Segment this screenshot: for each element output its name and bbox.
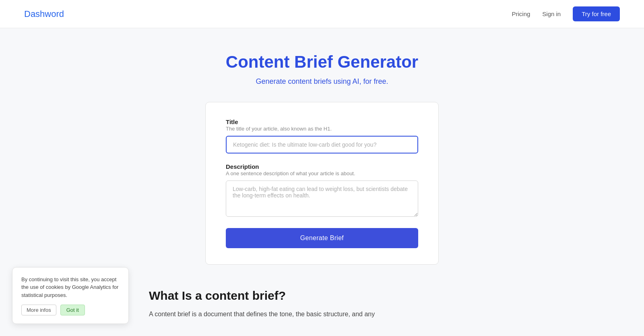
cookie-buttons: More infos Got it <box>21 305 120 315</box>
title-input[interactable] <box>226 136 418 153</box>
description-label: Description <box>226 163 259 170</box>
more-infos-button[interactable]: More infos <box>21 305 56 315</box>
description-field-group: Description A one sentence description o… <box>226 163 418 228</box>
description-hint: A one sentence description of what your … <box>226 170 418 176</box>
title-field-group: Title The title of your article, also kn… <box>226 118 418 163</box>
description-textarea[interactable] <box>226 180 418 217</box>
page-title: Content Brief Generator <box>8 52 636 72</box>
signin-link[interactable]: Sign in <box>542 10 561 17</box>
form-card: Title The title of your article, also kn… <box>205 102 439 265</box>
title-label: Title <box>226 118 238 125</box>
nav: Pricing Sign in Try for free <box>512 6 620 21</box>
got-it-button[interactable]: Got it <box>60 305 85 315</box>
cookie-text: By continuing to visit this site, you ac… <box>21 276 120 299</box>
cookie-banner: By continuing to visit this site, you ac… <box>12 267 129 324</box>
logo[interactable]: Dashword <box>24 9 64 19</box>
section-text: A content brief is a document that defin… <box>149 309 495 319</box>
page-subtitle: Generate content briefs using AI, for fr… <box>8 77 636 86</box>
below-fold-section: What Is a content brief? A content brief… <box>141 289 503 319</box>
generate-brief-button[interactable]: Generate Brief <box>226 228 418 248</box>
section-heading: What Is a content brief? <box>149 289 495 303</box>
try-free-button[interactable]: Try for free <box>573 6 620 21</box>
title-hint: The title of your article, also known as… <box>226 126 418 132</box>
header: Dashword Pricing Sign in Try for free <box>0 0 644 28</box>
pricing-link[interactable]: Pricing <box>512 10 530 17</box>
